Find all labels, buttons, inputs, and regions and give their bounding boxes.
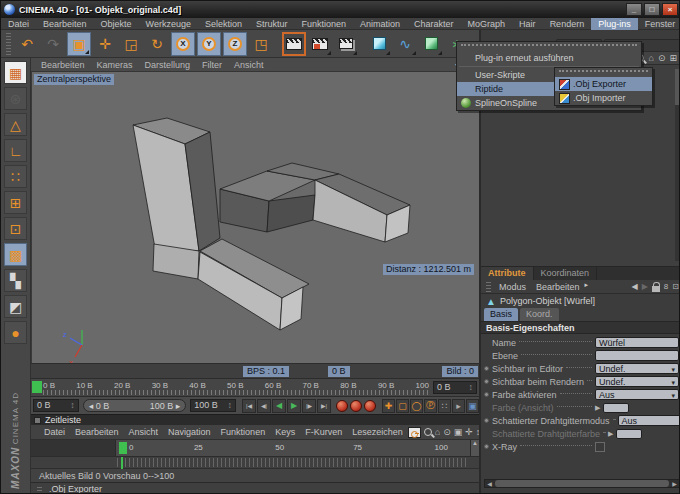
- next-key-button[interactable]: |▶: [302, 399, 316, 413]
- attr-menu-modus[interactable]: Modus: [494, 281, 531, 293]
- zl-menu-funktionen[interactable]: Funktionen: [216, 426, 271, 438]
- animation-dot[interactable]: [484, 392, 489, 397]
- expand-arrow-icon[interactable]: ▶: [595, 404, 600, 412]
- menu-item-animation[interactable]: Animation: [353, 18, 407, 30]
- subtab-koord[interactable]: Koord.: [520, 308, 559, 321]
- frame-all-icon[interactable]: ⌂: [648, 53, 653, 63]
- dropdown-select[interactable]: Undef.: [595, 376, 679, 387]
- expand-arrow-icon[interactable]: ▶: [608, 430, 613, 438]
- end-stepper-icon[interactable]: ↕: [228, 400, 233, 411]
- disabled-tool-icon[interactable]: ⊛: [4, 87, 27, 110]
- menu-item-plug-ins[interactable]: Plug-ins: [591, 18, 638, 30]
- current-frame-field[interactable]: 0 B ↕: [433, 381, 477, 394]
- time-stepper-icon[interactable]: ↕: [70, 400, 75, 411]
- lock-icon[interactable]: [652, 286, 660, 292]
- viewport-menu-darstellung[interactable]: Darstellung: [139, 59, 197, 71]
- goto-end-button[interactable]: ▶|: [317, 399, 331, 413]
- attr-menu-arrow[interactable]: ▸: [585, 281, 589, 293]
- zl-menu-f-kurven[interactable]: F-Kurven: [300, 426, 347, 438]
- animation-ruler[interactable]: 0 B10 B20 B30 B40 B50 B60 B70 B80 B90 B1…: [31, 378, 479, 396]
- animation-dot[interactable]: [484, 444, 489, 449]
- link-icon[interactable]: 8: [664, 282, 668, 291]
- key-parameter-button[interactable]: Ⓟ: [424, 399, 437, 413]
- play-backwards-button[interactable]: ◀: [272, 399, 286, 413]
- edges-mode-icon[interactable]: ⊞: [4, 191, 27, 214]
- layout-popup-button[interactable]: ▣: [466, 399, 479, 413]
- zeitleiste-playhead[interactable]: [119, 442, 127, 454]
- submenu-tearoff-handle[interactable]: [559, 70, 648, 75]
- record-keyframe-button[interactable]: [336, 400, 348, 412]
- layout-grid-icon[interactable]: ▦: [4, 61, 27, 84]
- status-bar-handle[interactable]: [37, 485, 42, 494]
- end-time-field[interactable]: 100 B ↕: [190, 399, 236, 412]
- polygon-selection-icon[interactable]: ▩: [4, 243, 27, 266]
- animation-dot[interactable]: [484, 379, 489, 384]
- object-axis-icon[interactable]: ∟: [4, 139, 27, 162]
- close-button[interactable]: ×: [662, 3, 678, 16]
- key-scale-button[interactable]: ▢: [396, 399, 409, 413]
- forward-arrow-icon[interactable]: ▶: [642, 282, 648, 291]
- attribute-tab-koordinaten[interactable]: Koordinaten: [534, 267, 598, 280]
- current-time-field[interactable]: 0 B ↕: [33, 399, 79, 412]
- attribute-hscrollbar[interactable]: ◀ ▶: [484, 479, 680, 488]
- dropdown-select[interactable]: Aus: [618, 415, 680, 426]
- menu-item-selektion[interactable]: Selektion: [198, 18, 249, 30]
- z-axis-lock-icon[interactable]: Z: [223, 32, 247, 56]
- toolbar-drag-handle[interactable]: [6, 33, 11, 55]
- polygons-mode-icon[interactable]: ⊡: [4, 217, 27, 240]
- texture-axis-icon[interactable]: ◩: [4, 295, 27, 318]
- hypernurbs-icon[interactable]: [419, 32, 443, 56]
- maximize-button[interactable]: □: [644, 3, 660, 16]
- pan-icon[interactable]: ✛: [465, 427, 473, 437]
- menu-item-mograph[interactable]: MoGraph: [461, 18, 513, 30]
- undo-icon[interactable]: ↶: [15, 32, 39, 56]
- live-selection-icon[interactable]: ▣: [67, 32, 91, 56]
- minimize-button[interactable]: _: [626, 3, 642, 16]
- riptide-item--obj-exporter[interactable]: .Obj Exporter: [555, 77, 652, 91]
- color-swatch[interactable]: [603, 403, 629, 413]
- add-object-icon[interactable]: ⊞: [669, 53, 677, 63]
- primitive-cube-icon[interactable]: [367, 32, 391, 56]
- camera-label[interactable]: Zentralperspektive: [34, 74, 114, 85]
- goto-current-frame-icon[interactable]: ▣: [454, 427, 463, 437]
- scroll-left-icon[interactable]: ◀: [485, 480, 494, 487]
- timeline-playhead[interactable]: [32, 381, 42, 393]
- zoom-icon[interactable]: [424, 428, 432, 436]
- zl-menu-lesezeichen[interactable]: Lesezeichen: [347, 426, 408, 438]
- eye-icon[interactable]: ⊙: [658, 53, 666, 63]
- key-rotation-button[interactable]: ◯: [410, 399, 423, 413]
- zl-menu-keys[interactable]: Keys: [270, 426, 300, 438]
- zeitleiste-playhead-line[interactable]: [121, 457, 123, 469]
- plugins-menu-item-plug-in-erneut-ausf-hren[interactable]: Plug-in erneut ausführen: [457, 51, 641, 65]
- color-swatch[interactable]: [616, 429, 642, 439]
- attr-drag-handle[interactable]: [486, 282, 491, 292]
- menu-item-datei[interactable]: Datei: [1, 18, 36, 30]
- coordinate-system-icon[interactable]: ◳: [249, 32, 273, 56]
- spline-icon[interactable]: ∿: [393, 32, 417, 56]
- goto-start-button[interactable]: |◀: [242, 399, 256, 413]
- viewport-canvas[interactable]: z x Zentralperspektive Distanz : 1212.50…: [31, 72, 479, 363]
- animation-dot[interactable]: [484, 418, 489, 423]
- render-settings-icon[interactable]: [308, 32, 332, 56]
- preview-range-slider[interactable]: ◂ 0 B 100 B ▸: [83, 399, 186, 412]
- viewport-menu-ansicht[interactable]: Ansicht: [228, 59, 270, 71]
- attr-menu-bearbeiten[interactable]: Bearbeiten: [531, 281, 585, 293]
- scroll-right-icon[interactable]: ▶: [670, 480, 679, 487]
- menu-item-fenster[interactable]: Fenster: [638, 18, 680, 30]
- om-scrollbar[interactable]: [675, 69, 680, 261]
- key-position-button[interactable]: ✚: [382, 399, 395, 413]
- play-forwards-button[interactable]: ▶: [287, 399, 301, 413]
- x-axis-lock-icon[interactable]: X: [171, 32, 195, 56]
- frame-all-icon[interactable]: ⌂: [435, 427, 440, 437]
- autokeying-button[interactable]: [350, 400, 362, 412]
- pin-icon[interactable]: ⊡: [672, 282, 679, 291]
- render-queue-icon[interactable]: [334, 32, 358, 56]
- texture-mode-icon[interactable]: ▚: [4, 269, 27, 292]
- riptide-item--obj-importer[interactable]: .Obj Importer: [555, 91, 652, 105]
- frame-selection-icon[interactable]: ⊙: [443, 427, 451, 437]
- zl-menu-navigation[interactable]: Navigation: [163, 426, 216, 438]
- scale-icon[interactable]: ◲: [119, 32, 143, 56]
- render-view-icon[interactable]: [282, 32, 306, 56]
- zeitleiste-scrollbar[interactable]: ▲: [470, 440, 479, 456]
- frame-stepper-icon[interactable]: ↕: [469, 382, 474, 393]
